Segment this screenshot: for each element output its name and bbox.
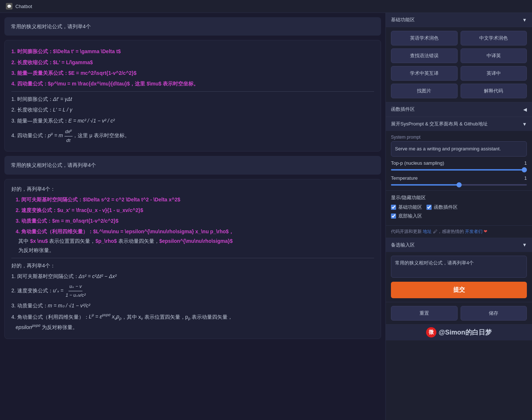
sysprompt-section: 展开SysPrompt & 交互界面布局 & Github地址 ▼ System… [386,117,532,190]
backup-header: 备选输入区 ▼ [386,238,532,252]
source-text: 代码开源和更新 [391,229,422,234]
btn-chinese-polish[interactable]: 中文学术润色 [461,31,527,45]
app-icon: 💬 [6,3,12,10]
checkbox-plugin-input[interactable] [426,205,432,210]
sysprompt-expand-icon: ▼ [522,121,527,127]
sysprompt-body: System prompt Serve me as a writing and … [386,131,532,190]
backup-body: 常用的狭义相对论公式，请再列举4个 提交 [386,252,532,302]
source-suffix: 🖊，感谢热情的 [433,229,464,234]
show-hide-title: 显示/隐藏功能区 [391,194,527,201]
heart-icon: ❤ [484,229,487,234]
rendered-line-1: 1. 时间膨胀公式：Δt′ = γΔt [11,95,374,104]
system-prompt-value[interactable]: Serve me as a writing and programming as… [391,141,527,157]
latex-line-4: 4. 四动量公式：$p^\mu = m \frac{dx^\mu}{d\tau}… [11,79,374,88]
top-p-label: Top-p (nucleus sampling) [391,160,516,166]
btn-zh-to-en[interactable]: 中译英 [461,48,527,63]
checkbox-bottom[interactable]: 底部输入区 [391,213,422,219]
top-p-slider-container [391,166,527,172]
separator2 [11,258,374,258]
checkbox-plugin[interactable]: 函数插件区 [426,204,458,211]
checkbox-row-2: 底部输入区 [391,213,527,219]
checkbox-basic[interactable]: 基础功能区 [391,204,422,211]
btn-en-to-zh[interactable]: 英译中 [461,66,527,81]
basic-functions-header: 基础功能区 ▼ [386,13,532,27]
btn-academic-translate[interactable]: 学术中英互译 [391,66,458,81]
latex-line-3: 3. 能量—质量关系公式：$E = mc^2/\sqrt{1-v^2/c^2}$ [11,69,374,78]
assistant-message-1: 1. 时间膨胀公式：$\Delta t' = \gamma \Delta t$ … [4,40,381,151]
checkbox-basic-label: 基础功能区 [398,204,422,211]
latex2-line-1: 1. 闵可夫斯基时空间隔公式：$\Delta s^2 = c^2 \Delta … [11,195,374,204]
source-link[interactable]: 地址 [423,229,432,234]
temperature-row: Temperature 1 [391,175,527,187]
backup-title: 备选输入区 [391,242,415,248]
right-panel: 基础功能区 ▼ 英语学术润色 中文学术润色 查找语法错误 中译英 学术中英互译 … [385,13,532,420]
watermark: 微 @Simon的白日梦 [386,324,532,340]
temperature-slider[interactable] [391,184,527,186]
separator [11,91,374,92]
weibo-icon: 微 [426,327,436,337]
basic-functions-grid: 英语学术润色 中文学术润色 查找语法错误 中译英 学术中英互译 英译中 找图片 … [386,27,532,102]
plugin-section: 函数插件区 ◀ [386,102,532,117]
rendered2-line-4: 4. 角动量公式（利用四维矢量）：Lμ = εμνρσ xνpρ，其中 xν 表… [11,312,374,332]
btn-english-polish[interactable]: 英语学术润色 [391,31,458,45]
latex-line-1: 1. 时间膨胀公式：$\Delta t' = \gamma \Delta t$ [11,47,374,56]
latex2-line-4: 4. 角动量公式（利用四维矢量）：$L^\mu\nu = \epsilon^{\… [11,227,374,255]
rendered-line-4: 4. 四动量公式：pμ = m dxμdτ，这里 μ 表示时空坐标。 [11,127,374,145]
plugin-title: 函数插件区 [391,106,415,113]
sysprompt-title: 展开SysPrompt & 交互界面布局 & Github地址 [391,121,488,127]
submit-button[interactable]: 提交 [391,282,527,298]
system-prompt-label: System prompt Serve me as a writing and … [391,135,527,157]
plugin-collapse-icon[interactable]: ◀ [523,107,527,112]
top-p-row: Top-p (nucleus sampling) 1 [391,160,527,172]
bottom-action-row: 重置 储存 [386,302,532,324]
app-title: Chatbot [15,4,32,9]
checkbox-bottom-input[interactable] [391,213,396,219]
btn-find-image[interactable]: 找图片 [391,84,458,98]
top-p-value: 1 [520,160,527,166]
latex2-line-2: 2. 速度变换公式：$u_x' = \frac{u_x - v}{1 - u_x… [11,206,374,215]
reset-button[interactable]: 重置 [391,306,458,321]
app-header: 💬 Chatbot [0,0,532,13]
contributors-link[interactable]: 开发者们 [465,229,483,234]
backup-expand-icon[interactable]: ▼ [522,242,527,248]
user-message-2: 常用的狭义相对论公式，请再列举4个 [4,156,381,174]
checkbox-plugin-label: 函数插件区 [434,204,458,211]
show-hide-section: 显示/隐藏功能区 基础功能区 函数插件区 底部输入区 [386,190,532,225]
rendered-line-2: 2. 长度收缩公式：L′ = L / γ [11,105,374,114]
basic-functions-title: 基础功能区 [391,17,415,23]
rendered2-intro: 好的，再列举4个： [11,261,374,270]
main-container: 常用的狭义相对论公式，请列举4个 1. 时间膨胀公式：$\Delta t' = … [0,13,532,420]
backup-section: 备选输入区 ▼ 常用的狭义相对论公式，请再列举4个 提交 [386,238,532,302]
temperature-value: 1 [520,175,527,181]
temperature-slider-container [391,181,527,187]
checkbox-bottom-label: 底部输入区 [398,213,422,219]
btn-grammar-check[interactable]: 查找语法错误 [391,48,458,63]
source-link-section: 代码开源和更新 地址 🖊，感谢热情的 开发者们 ❤ [386,225,532,238]
latex2-line-3: 3. 动质量公式：$m = m_0/\sqrt{1-v^2/c^2}$ [11,216,374,226]
temperature-label: Temperature [391,175,516,181]
assistant-message-2: 好的，再列举4个： 1. 闵可夫斯基时空间隔公式：$\Delta s^2 = c… [4,179,381,339]
chat-panel: 常用的狭义相对论公式，请列举4个 1. 时间膨胀公式：$\Delta t' = … [0,13,385,420]
rendered-line-3: 3. 能量—质量关系公式：E = mc² / √1 − v² / c² [11,116,374,125]
rendered2-line-1: 1. 闵可夫斯基时空间隔公式：Δs² = c²Δt² − Δx² [11,272,374,281]
user-message-1: 常用的狭义相对论公式，请列举4个 [4,17,381,36]
btn-explain-code[interactable]: 解释代码 [461,84,527,98]
rendered2-line-2: 2. 速度变换公式：u′ₓ = uₓ − v1 − uₓv/c² [11,282,374,299]
sysprompt-header[interactable]: 展开SysPrompt & 交互界面布局 & Github地址 ▼ [386,117,532,131]
basic-functions-collapse-icon[interactable]: ▼ [522,17,527,23]
backup-textarea[interactable]: 常用的狭义相对论公式，请再列举4个 [391,256,527,278]
latex-line-2: 2. 长度收缩公式：$L' = L/\gamma$ [11,58,374,67]
checkbox-row-1: 基础功能区 函数插件区 [391,204,527,211]
watermark-text: @Simon的白日梦 [439,328,492,337]
top-p-slider[interactable] [391,169,527,171]
rendered2-line-3: 3. 动质量公式：m = m₀ / √1 − v²/c² [11,301,374,310]
save-button[interactable]: 储存 [461,306,527,321]
checkbox-basic-input[interactable] [391,205,396,210]
assistant-intro: 好的，再列举4个： [11,185,374,194]
